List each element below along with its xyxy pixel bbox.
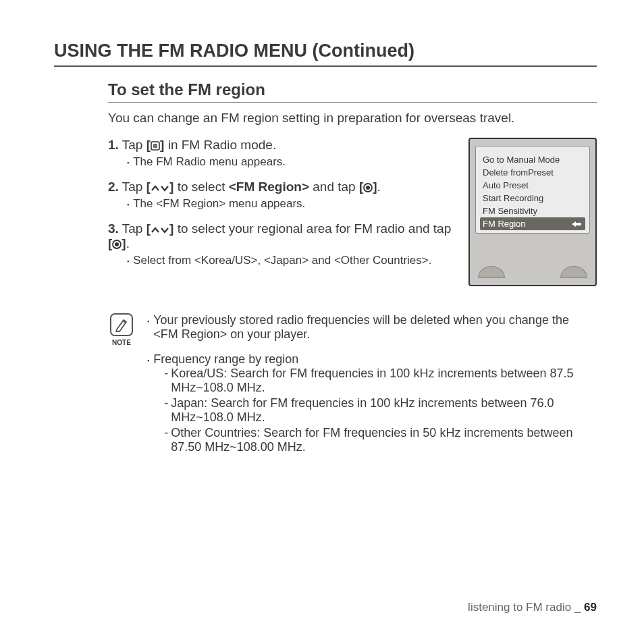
- step-text: in FM Radio mode.: [164, 138, 276, 152]
- page-footer: listening to FM radio _ 69: [468, 601, 597, 614]
- step-text: to select your regional area for FM radi…: [173, 221, 451, 236]
- menu-item: Start Recording: [480, 192, 585, 205]
- step-text: Tap: [122, 138, 146, 152]
- page-title: USING THE FM RADIO MENU (Continued): [54, 41, 597, 67]
- page-number: 69: [584, 601, 597, 614]
- step-text: .: [126, 236, 130, 250]
- note-item: Your previously stored radio frequencies…: [147, 313, 597, 342]
- device-illustration: Go to Manual Mode Delete fromPreset Auto…: [468, 138, 597, 286]
- device-knob: [470, 266, 595, 281]
- section-heading: To set the FM region: [108, 80, 597, 103]
- steps-list: 1. Tap [] in FM Radio mode. The FM Radio…: [108, 138, 455, 286]
- menu-item: Go to Manual Mode: [480, 153, 585, 166]
- menu-icon: [151, 141, 160, 151]
- menu-item: FM Sensitivity: [480, 205, 585, 217]
- step-number: 1.: [108, 138, 119, 152]
- up-down-icon: [151, 184, 169, 192]
- note-icon: [110, 313, 133, 336]
- note-block: NOTE Your previously stored radio freque…: [108, 313, 597, 466]
- step-text: Tap: [122, 180, 146, 194]
- note-item: Frequency range by region Korea/US: Sear…: [147, 352, 597, 456]
- menu-item-highlighted: FM Region: [480, 217, 585, 230]
- freq-line: Other Countries: Search for FM frequenci…: [155, 426, 597, 454]
- note-subtitle: Frequency range by region: [153, 352, 597, 367]
- step-sub: The <FM Region> menu appears.: [108, 197, 455, 212]
- step-1: 1. Tap [] in FM Radio mode. The FM Radio…: [108, 138, 455, 170]
- pointer-icon: [570, 220, 583, 228]
- select-icon: [112, 240, 122, 249]
- step-text: to select: [173, 180, 228, 194]
- freq-line: Korea/US: Search for FM frequencies in 1…: [155, 367, 597, 395]
- step-text: Tap: [122, 221, 146, 236]
- step-2: 2. Tap [] to select <FM Region> and tap …: [108, 180, 455, 212]
- up-down-icon: [151, 226, 169, 234]
- svg-point-7: [115, 242, 119, 246]
- step-sub: The FM Radio menu appears.: [108, 155, 455, 170]
- step-3: 3. Tap [] to select your regional area f…: [108, 221, 455, 269]
- step-number: 3.: [108, 221, 119, 236]
- menu-item: Auto Preset: [480, 179, 585, 192]
- svg-point-5: [366, 186, 370, 190]
- step-sub: Select from <Korea/US>, <Japan> and <Oth…: [108, 254, 455, 269]
- step-text: .: [377, 180, 381, 194]
- step-number: 2.: [108, 180, 119, 194]
- device-menu: Go to Manual Mode Delete fromPreset Auto…: [475, 146, 590, 234]
- menu-item: Delete fromPreset: [480, 166, 585, 179]
- step-text: and tap: [309, 180, 359, 194]
- freq-line: Japan: Search for FM frequencies in 100 …: [155, 396, 597, 425]
- intro-text: You can change an FM region setting in p…: [108, 111, 597, 126]
- fm-region-target: <FM Region>: [229, 180, 309, 194]
- select-icon: [363, 183, 373, 192]
- note-label: NOTE: [108, 339, 135, 346]
